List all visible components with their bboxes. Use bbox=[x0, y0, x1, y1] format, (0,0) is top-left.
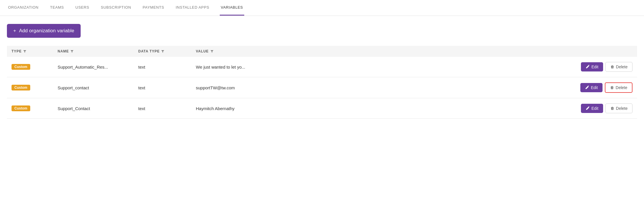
delete-button-0[interactable]: Delete bbox=[605, 62, 632, 72]
name-filter-icon[interactable] bbox=[70, 50, 74, 53]
add-button-label: Add organization variable bbox=[19, 28, 74, 34]
trash-icon-1 bbox=[610, 86, 614, 90]
type-badge-0: Custom bbox=[12, 64, 30, 70]
nav-item-payments[interactable]: PAYMENTS bbox=[141, 0, 165, 16]
nav-item-subscription[interactable]: SUBSCRIPTION bbox=[100, 0, 132, 16]
edit-button-1[interactable]: Edit bbox=[580, 83, 602, 92]
cell-actions-2: Edit Delete bbox=[574, 98, 637, 119]
trash-icon-0 bbox=[610, 65, 614, 69]
value-filter-icon[interactable] bbox=[210, 50, 214, 53]
cell-actions-1: Edit Delete bbox=[574, 77, 637, 98]
cell-datatype-1: text bbox=[134, 77, 191, 98]
trash-icon-2 bbox=[610, 106, 614, 110]
cell-name-1: Support_contact bbox=[53, 77, 134, 98]
nav-item-users[interactable]: USERS bbox=[74, 0, 90, 16]
add-variable-button[interactable]: + Add organization variable bbox=[7, 24, 81, 38]
cell-datatype-0: text bbox=[134, 57, 191, 77]
col-header-value[interactable]: VALUE bbox=[191, 46, 574, 57]
variables-table: TYPE NAME DATA TYPE bbox=[7, 46, 637, 119]
nav-item-installed_apps[interactable]: INSTALLED APPS bbox=[175, 0, 211, 16]
col-header-datatype[interactable]: DATA TYPE bbox=[134, 46, 191, 57]
nav-item-variables[interactable]: VARIABLES bbox=[220, 0, 244, 16]
edit-icon-0 bbox=[586, 65, 590, 69]
cell-name-0: Support_Automatic_Res... bbox=[53, 57, 134, 77]
table-row: Custom Support_contact text supportTW@tw… bbox=[7, 77, 637, 98]
value-header-label: VALUE bbox=[196, 49, 209, 53]
cell-type-0: Custom bbox=[7, 57, 53, 77]
edit-icon-2 bbox=[586, 106, 590, 110]
table-row: Custom Support_Contact text Haymitch Abe… bbox=[7, 98, 637, 119]
datatype-filter-icon[interactable] bbox=[161, 50, 164, 53]
cell-value-2: Haymitch Abernathy bbox=[191, 98, 574, 119]
cell-actions-0: Edit Delete bbox=[574, 57, 637, 77]
delete-button-1[interactable]: Delete bbox=[605, 82, 632, 93]
edit-button-2[interactable]: Edit bbox=[581, 104, 603, 113]
page-content: + Add organization variable TYPE NAME bbox=[0, 16, 644, 127]
type-filter-icon[interactable] bbox=[23, 50, 26, 53]
cell-value-0: We just wanted to let yo... bbox=[191, 57, 574, 77]
nav-item-organization[interactable]: ORGANIZATION bbox=[7, 0, 40, 16]
cell-value-1: supportTW@tw.com bbox=[191, 77, 574, 98]
type-badge-1: Custom bbox=[12, 85, 30, 90]
edit-icon-1 bbox=[585, 86, 589, 90]
cell-datatype-2: text bbox=[134, 98, 191, 119]
name-header-label: NAME bbox=[58, 49, 69, 53]
delete-button-2[interactable]: Delete bbox=[605, 103, 632, 113]
col-header-actions bbox=[574, 46, 637, 57]
nav-item-teams[interactable]: TEAMS bbox=[49, 0, 65, 16]
col-header-type[interactable]: TYPE bbox=[7, 46, 53, 57]
datatype-header-label: DATA TYPE bbox=[138, 49, 160, 53]
cell-type-1: Custom bbox=[7, 77, 53, 98]
plus-icon: + bbox=[13, 28, 16, 34]
type-badge-2: Custom bbox=[12, 105, 30, 111]
edit-button-0[interactable]: Edit bbox=[581, 62, 603, 71]
cell-name-2: Support_Contact bbox=[53, 98, 134, 119]
cell-type-2: Custom bbox=[7, 98, 53, 119]
table-row: Custom Support_Automatic_Res... text We … bbox=[7, 57, 637, 77]
nav-bar: ORGANIZATIONTEAMSUSERSSUBSCRIPTIONPAYMEN… bbox=[0, 0, 644, 16]
col-header-name[interactable]: NAME bbox=[53, 46, 134, 57]
type-header-label: TYPE bbox=[12, 49, 22, 53]
table-header-row: TYPE NAME DATA TYPE bbox=[7, 46, 637, 57]
